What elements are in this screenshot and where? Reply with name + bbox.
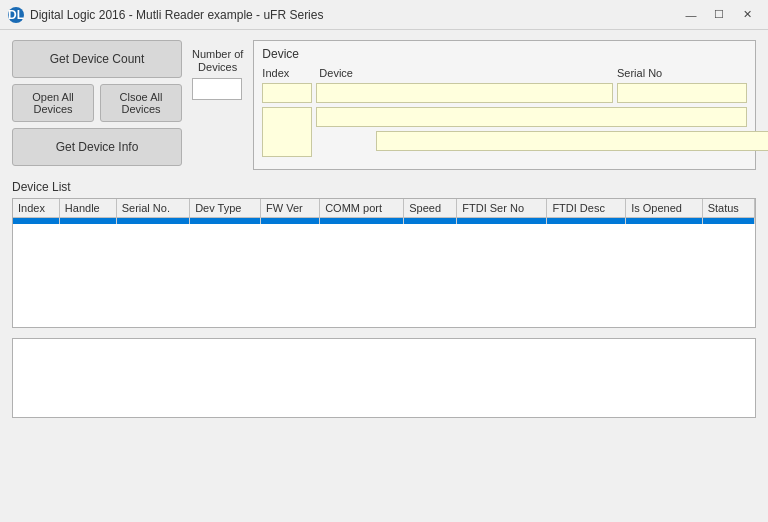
device-index-input-1[interactable]	[262, 83, 312, 103]
device-grid-header: Index Device Serial No	[262, 67, 747, 79]
window-controls: — ☐ ✕	[678, 6, 760, 24]
col-is-opened: Is Opened	[626, 199, 703, 218]
device-right-col	[316, 107, 747, 157]
app-icon: DL	[8, 7, 24, 23]
main-content: Get Device Count Open All Devices Clsoe …	[0, 30, 768, 522]
col-handle: Handle	[59, 199, 116, 218]
device-name-input-2[interactable]	[316, 107, 747, 127]
open-all-devices-button[interactable]: Open All Devices	[12, 84, 94, 122]
minimize-button[interactable]: —	[678, 6, 704, 24]
cell-speed	[404, 218, 457, 225]
device-col-serial-header: Serial No	[617, 67, 747, 79]
device-list-title: Device List	[12, 180, 756, 194]
cell-index	[13, 218, 59, 225]
col-ftdi-desc: FTDI Desc	[547, 199, 626, 218]
device-input-row1	[262, 83, 747, 103]
cell-status	[702, 218, 754, 225]
device-col-device-header: Device	[317, 67, 617, 79]
device-list-header-row: Index Handle Serial No. Dev Type FW Ver …	[13, 199, 755, 218]
device-list-body	[13, 218, 755, 225]
maximize-button[interactable]: ☐	[706, 6, 732, 24]
cell-is-opened	[626, 218, 703, 225]
col-speed: Speed	[404, 199, 457, 218]
cell-serial-no	[116, 218, 189, 225]
device-list-container[interactable]: Index Handle Serial No. Dev Type FW Ver …	[12, 198, 756, 328]
device-panel-title: Device	[262, 47, 747, 61]
col-index: Index	[13, 199, 59, 218]
device-panel: Device Index Device Serial No	[253, 40, 756, 170]
col-ftdi-ser-no: FTDI Ser No	[457, 199, 547, 218]
device-input-row2	[262, 107, 747, 157]
device-list-table: Index Handle Serial No. Dev Type FW Ver …	[13, 199, 755, 224]
col-status: Status	[702, 199, 754, 218]
device-serial-input-1[interactable]	[617, 83, 747, 103]
col-dev-type: Dev Type	[190, 199, 261, 218]
top-section: Get Device Count Open All Devices Clsoe …	[12, 40, 756, 170]
cell-ftdi-ser-no	[457, 218, 547, 225]
number-of-devices-section: Number of Devices	[192, 46, 243, 100]
device-col-index-header: Index	[262, 67, 317, 79]
col-fw-ver: FW Ver	[261, 199, 320, 218]
device-list-header: Index Handle Serial No. Dev Type FW Ver …	[13, 199, 755, 218]
close-button[interactable]: ✕	[734, 6, 760, 24]
col-comm-port: COMM port	[320, 199, 404, 218]
get-device-info-button[interactable]: Get Device Info	[12, 128, 182, 166]
device-name-input-1[interactable]	[316, 83, 613, 103]
number-of-devices-label: Number of Devices	[192, 48, 243, 74]
device-serial-input-2[interactable]	[376, 131, 768, 151]
left-controls: Get Device Count Open All Devices Clsoe …	[12, 40, 182, 166]
window-title: Digital Logic 2016 - Mutli Reader exampl…	[30, 8, 323, 22]
cell-comm-port	[320, 218, 404, 225]
device-buttons-row: Open All Devices Clsoe All Devices	[12, 84, 182, 122]
cell-fw-ver	[261, 218, 320, 225]
title-bar: DL Digital Logic 2016 - Mutli Reader exa…	[0, 0, 768, 30]
cell-dev-type	[190, 218, 261, 225]
device-panel-grid: Index Device Serial No	[262, 67, 747, 161]
table-row[interactable]	[13, 218, 755, 225]
col-serial-no: Serial No.	[116, 199, 189, 218]
close-all-devices-button[interactable]: Clsoe All Devices	[100, 84, 182, 122]
cell-handle	[59, 218, 116, 225]
log-section	[12, 338, 756, 418]
get-device-count-button[interactable]: Get Device Count	[12, 40, 182, 78]
title-bar-left: DL Digital Logic 2016 - Mutli Reader exa…	[8, 7, 323, 23]
number-of-devices-input[interactable]	[192, 78, 242, 100]
cell-ftdi-desc	[547, 218, 626, 225]
device-list-section: Device List Index Handle Serial No. Dev …	[12, 180, 756, 328]
device-index-box[interactable]	[262, 107, 312, 157]
